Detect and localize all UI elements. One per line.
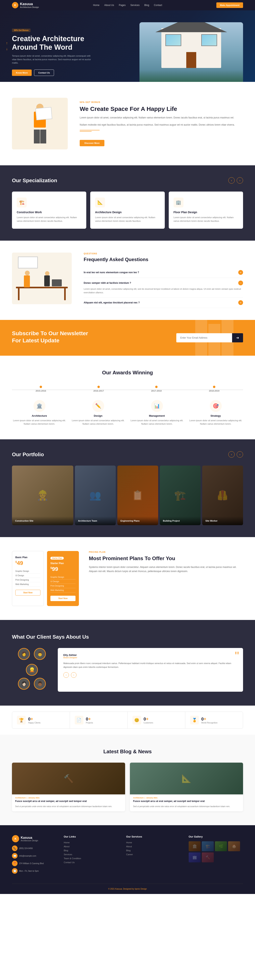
footer-link-1-3[interactable]: Services [64, 853, 118, 856]
about-cta-button[interactable]: Discover More [80, 140, 104, 146]
blog-post-title-0[interactable]: Fusce suscipit arcu at erat semper, ad s… [12, 800, 125, 805]
testimonial-prev-button[interactable]: ‹ [63, 672, 69, 678]
portfolio-label-4: Site Worker [202, 516, 243, 525]
portfolio-item-4[interactable]: 🦺 Site Worker [202, 466, 243, 525]
footer-link-2-3[interactable]: Career [126, 853, 181, 856]
architect-board [35, 107, 52, 121]
faq-toggle-1[interactable]: − [238, 280, 243, 285]
hero-buttons: Know More Contact Us [12, 70, 96, 76]
house-window-left [165, 34, 181, 46]
avatar-3[interactable]: 👩🏻 [18, 678, 30, 690]
spec-card-title-0: Construction Work [17, 211, 82, 214]
portfolio-prev-button[interactable]: ‹ [228, 451, 235, 458]
faq-question-0[interactable]: In erat leo vel nunc elementum congue no… [84, 270, 243, 275]
navbar-cta-button[interactable]: Make Appointment [217, 2, 243, 8]
blog-img-icon-1: 📐 [181, 774, 191, 783]
scroll-down-icon: ↓ [6, 47, 8, 51]
plan-feature-basic-0: Graphic Design [15, 569, 40, 573]
faq-question-1[interactable]: Donec semper nibh at facilisis interdum … [84, 280, 243, 285]
awards-section: Our Awards Winning 2015-2016 2016-2017 2… [0, 356, 255, 439]
faq-item-0: In erat leo vel nunc elementum congue no… [84, 267, 243, 278]
stats-row: 🏆 0+ Happy Clients 📄 0+ Projects 😊 0+ Cu… [12, 711, 243, 729]
footer-link-2-2[interactable]: Blog [126, 849, 181, 852]
spec-card-desc-1: Lorem ipsum dolor sit amet consectetur a… [95, 216, 160, 223]
award-title-2: Management [149, 414, 165, 417]
plan-card-starter: Starter Plan Starter Plan $99 Graphic De… [47, 551, 79, 606]
nav-home[interactable]: Home [93, 4, 99, 6]
faq-toggle-0[interactable]: + [238, 270, 243, 275]
avatar-0[interactable]: 👩 [18, 648, 30, 660]
portfolio-grid: 👷 Construction Site 👥 Architecture Team … [12, 466, 243, 525]
avatar-1[interactable]: 👨 [34, 648, 46, 660]
faq-question-2[interactable]: Aliquam nisl elit, egestas tincidunt pla… [84, 300, 243, 305]
stat-number-0: 0+ [28, 716, 40, 722]
footer-link-1-4[interactable]: Team & Condition [64, 857, 118, 859]
scroll-up-icon: ↑ [6, 41, 8, 45]
nav-pages[interactable]: Pages [119, 4, 125, 6]
portfolio-item-2[interactable]: 📋 Engineering Plans [117, 466, 158, 525]
portfolio-label-3: Building Project [160, 516, 200, 525]
testimonial-next-button[interactable]: › [71, 672, 77, 678]
newsletter-submit-button[interactable]: ➜ [232, 333, 243, 342]
portfolio-item-0[interactable]: 👷 Construction Site [12, 466, 73, 525]
gallery-thumb-4[interactable]: 🏢 [189, 853, 200, 862]
newsletter-section: Subscribe To Our Newsletter For Latest U… [0, 320, 255, 356]
faq-item-1: Donec semper nibh at facilisis interdum … [84, 278, 243, 297]
footer-brand-name: Kasuua [21, 836, 38, 840]
blog-section: Latest Blog & News 🔨 Architecture | Janu… [0, 735, 255, 825]
signature [80, 130, 99, 136]
gallery-thumb-2[interactable]: 🌿 [215, 841, 227, 851]
gallery-thumb-3[interactable]: 🏠 [228, 841, 240, 851]
about-illustration [12, 98, 68, 150]
faq-tag: Questions [84, 253, 243, 255]
footer-link-1-2[interactable]: Blog [64, 849, 118, 852]
footer-link-1-1[interactable]: About [64, 845, 118, 848]
plan-feature-basic-3: Web Marketing [15, 582, 40, 587]
plan-features-starter: Graphic Design UI Design Print Designing… [50, 575, 75, 593]
plan-btn-starter[interactable]: Start Now [50, 596, 75, 601]
year-label-2: 2017-2018 [151, 390, 162, 392]
architect-body [28, 104, 52, 143]
spec-header: Our Specialization ‹ › [12, 177, 243, 184]
house-shape [161, 28, 221, 68]
nav-services[interactable]: Services [130, 4, 140, 6]
portfolio-item-1[interactable]: 👥 Architecture Team [75, 466, 116, 525]
gallery-thumb-5[interactable]: 🔨 [202, 853, 214, 862]
nav-blog[interactable]: Blog [144, 4, 149, 6]
footer-link-1-5[interactable]: Contact Us [64, 861, 118, 864]
brand-tagline: Architecture Design [20, 6, 39, 8]
newsletter-email-input[interactable] [176, 333, 232, 342]
plan-btn-basic[interactable]: Start Now [15, 590, 40, 595]
faq-toggle-2[interactable]: + [238, 300, 243, 305]
award-desc-0: Lorem ipsum dolor sit amet consectetur a… [12, 419, 67, 425]
footer-brand-tagline: Architecture Design [21, 840, 38, 842]
stat-number-3: 0+ [201, 716, 218, 722]
spec-prev-button[interactable]: ‹ [228, 177, 235, 184]
blog-post-title-1[interactable]: Fusce suscipit arcu at erat semper, ad s… [130, 800, 243, 805]
award-card-2: 📊 Management Lorem ipsum dolor sit amet … [130, 400, 184, 425]
architect-leg-right [40, 130, 46, 143]
hero-primary-button[interactable]: Know More [12, 70, 32, 76]
brand-logo[interactable]: K Kasuua Architecture Design [12, 2, 39, 8]
footer-link-2-0[interactable]: Home [126, 841, 181, 844]
nav-about[interactable]: About Us [104, 4, 114, 6]
hero-title: Creative Architecture Around The Word [12, 34, 96, 51]
nav-contact[interactable]: Contact [154, 4, 162, 6]
newsletter-content: Subscribe To Our Newsletter For Latest U… [12, 330, 96, 346]
footer-gallery-title: Our Gallery [189, 835, 243, 838]
spec-next-button[interactable]: › [237, 177, 243, 184]
hero-secondary-button[interactable]: Contact Us [34, 70, 54, 76]
gallery-thumb-0[interactable]: 🏛️ [189, 841, 200, 851]
footer-contact-0: 📞 (855) 324-8456 [12, 845, 56, 851]
portfolio-next-button[interactable]: › [237, 451, 243, 458]
contact-email: info@example.com [19, 855, 36, 857]
avatar-2[interactable]: 👱 [26, 664, 38, 676]
footer-link-1-0[interactable]: Home [64, 841, 118, 844]
avatar-4[interactable]: 👨🏾 [34, 678, 46, 690]
pricing-desc: Systems interior lorem ipsum dolor conse… [89, 565, 243, 573]
footer-link-2-1[interactable]: About [126, 845, 181, 848]
faq-title: Frequently Asked Questions [84, 256, 243, 262]
portfolio-item-3[interactable]: 🏗️ Building Project [160, 466, 200, 525]
navbar: K Kasuua Architecture Design Home About … [0, 0, 255, 10]
gallery-thumb-1[interactable]: 🏗️ [202, 841, 214, 851]
